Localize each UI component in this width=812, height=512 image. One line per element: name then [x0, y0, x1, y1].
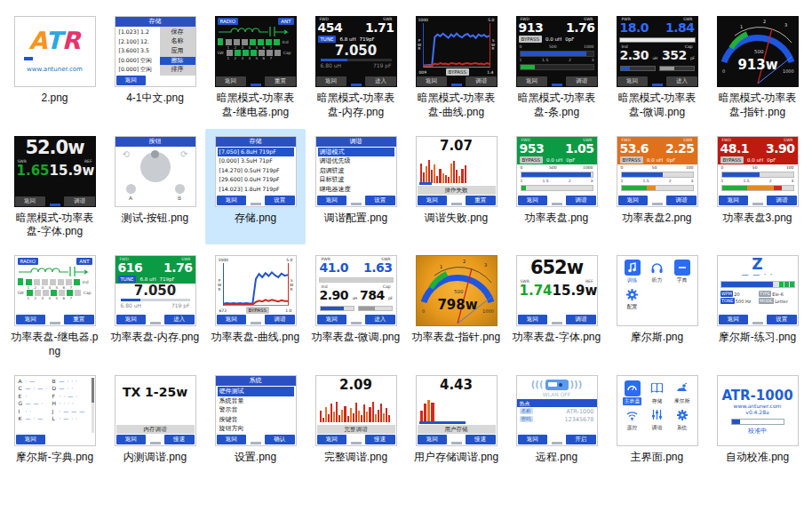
footer: 返回调谐	[15, 196, 95, 206]
ind-readout: 6.8 uH	[339, 36, 355, 42]
version-text: v0.4.28a	[718, 409, 798, 415]
scrollbar-thumb[interactable]	[92, 378, 94, 403]
file-item[interactable]: RADIOANT Ind 1 2 3 4 5 6 7 SWCap 1 2 3 4…	[4, 248, 105, 364]
thumb-user-tune: 4.43 用户存储 返回慢速	[416, 375, 498, 446]
footer: 返回	[16, 435, 94, 444]
dict-letter: I	[19, 408, 26, 414]
app-label: 系统	[677, 424, 688, 432]
file-item[interactable]: PWRSWR 18.01.84 IndCap 2.30 uH352 pF 返回进…	[607, 9, 707, 125]
file-item[interactable]: ((())) WLAN OFF 热点 名称ATR-1000 密码12345678…	[506, 368, 607, 470]
tune-badge: TUNE	[118, 276, 137, 283]
file-item[interactable]: FWDSWR 53.62.25 BYPASS0.0 uH0pF 050100 1…	[607, 129, 707, 245]
cap-track	[659, 66, 695, 71]
file-item[interactable]: 4.43 用户存储 返回慢速 用户存储调谐.png	[406, 368, 506, 470]
ind-fill	[621, 67, 630, 70]
dictionary-icon	[674, 260, 690, 276]
dict-letter: F	[52, 393, 60, 399]
file-item[interactable]: 系统 硬件测试 系统音量 警示音 按键音 旋钮方向 返回确认 设置.png	[205, 368, 306, 470]
cap-relay-row: SWCap	[15, 290, 95, 296]
cap-label: Cap	[383, 284, 391, 289]
file-item[interactable]: 1000 5.0 PWR SWR 672 BYPASS 1.0 返回调谐 功率表…	[205, 248, 306, 364]
file-item[interactable]: 2.09 完整调谐 返回慢速 完整调谐.png	[306, 368, 406, 470]
ref-label: REF	[84, 159, 92, 164]
footer-indicator	[251, 84, 261, 86]
file-item[interactable]: PWRSWR 41.01.63 IndCap 2.90 uH784 pF 返回进…	[306, 248, 406, 364]
footer-indicator	[150, 442, 161, 444]
settings-list: 硬件测试 系统音量 警示音 按键音 旋钮方向	[216, 386, 296, 435]
dict-code: — · — ·	[26, 385, 52, 391]
file-item[interactable]: 调谐 调谐模式 调谐优先级 启调驻波 目标驻波 继电器速度 返回设置 调谐配置.…	[306, 129, 406, 245]
footer: 返回调谐	[518, 315, 596, 324]
file-name: 调谐配置.png	[324, 212, 387, 226]
footer: 返回进入	[116, 315, 195, 324]
dict-letter: K	[19, 415, 26, 421]
file-item[interactable]: FWDSWR 6161.76 TUNE6.8 uH719pF 7.050 6.8…	[105, 248, 205, 364]
memory-row: [14.270] 0.5uH 719pF	[218, 166, 294, 176]
tune-button: 调谐	[767, 196, 796, 205]
file-item-selected[interactable]: 存储 [7.050] 6.8uH 719pF [0.000] 3.5uH 71p…	[205, 129, 306, 245]
bypass-badge: BYPASS	[620, 156, 644, 164]
power-curve-chart	[423, 23, 490, 68]
scale-tick: 1	[721, 179, 724, 184]
fwd-label: FWD	[320, 17, 330, 21]
svg-text:913w: 913w	[737, 57, 777, 73]
svg-text:1000: 1000	[783, 68, 794, 74]
thumb-remote: ((())) WLAN OFF 热点 名称ATR-1000 密码12345678…	[516, 375, 598, 446]
morse-key-icon	[674, 380, 690, 396]
thumb-memory: FWDSWR 6161.76 TUNE6.8 uH719pF 7.050 6.8…	[115, 255, 196, 326]
file-item[interactable]: TX 1-25w 内存调谐 返回慢速 内测调谐.png	[105, 368, 205, 470]
thumb-dark-curve: 1000 5.0 PWR SWR 009 BYPASS 1.4 返回调谐	[416, 16, 498, 87]
settings-button: 设置	[767, 315, 796, 324]
footer: 返回调谐	[417, 76, 497, 86]
reset-button: 重置	[466, 196, 495, 205]
dict-letter: C	[19, 385, 26, 391]
file-item[interactable]: 1000 5.0 PWR SWR 009 BYPASS 1.4 返回调谐 暗黑模…	[406, 9, 506, 125]
file-item[interactable]: Z — — · · WPM20 TYPEEle-6 TONE500 Hz MOD…	[707, 248, 808, 364]
file-item[interactable]: FWDSWR 9131.76 BYPASS0.0 uH0pF 05001000 …	[506, 9, 607, 125]
back-button: 返回	[317, 435, 346, 444]
file-item[interactable]: FWDSWR 48.13.90 BYPASS0.0 uH0pF 050100 1…	[707, 129, 808, 245]
file-item[interactable]: 训练 听力 字典 配置 摩尔斯.png	[607, 248, 707, 364]
file-name: 暗黑模式-功率表盘-内存.png	[311, 92, 402, 120]
file-item[interactable]: ATR www.antuner.com 2.png	[4, 9, 105, 125]
footer-indicator	[251, 203, 261, 205]
scale-tick: 2	[669, 179, 672, 184]
thumb-button-test: 按钮 ⟲ ⟳ A B	[115, 136, 196, 207]
file-item[interactable]: 1 2 3 500 0 1000 913w 暗黑模式-功率表盘-指针.png	[707, 9, 808, 125]
logo-letter: A	[28, 27, 45, 54]
scrollbar[interactable]	[92, 378, 94, 433]
file-item[interactable]: FWDSWR 4541.71 TUNE6.8 uH719pF 7.050 6.8…	[306, 9, 406, 125]
file-item[interactable]: RADIOANT Ind 1 2 3 4 5 6 7 SWCap 1 2 3 4…	[205, 9, 306, 125]
thumb-dark-trim: PWRSWR 18.01.84 IndCap 2.30 uH352 pF 返回进…	[617, 16, 698, 87]
thumb-internal-tune: TX 1-25w 内存调谐 返回慢速	[115, 375, 196, 446]
file-item[interactable]: 存储 [1.023] 1.2 [2.100] 12. [3.600] 3.5 […	[105, 9, 205, 125]
swr-label: SWR	[181, 257, 190, 261]
swr-label: SWR	[521, 279, 529, 284]
file-item[interactable]: ATR-1000 www.antuner.com v0.4.28a 校准中 自动…	[707, 368, 808, 470]
ind-track	[620, 66, 656, 71]
memory-progress-fill	[121, 299, 140, 301]
radio-badge: RADIO	[18, 258, 39, 265]
dict-code: — · —	[26, 415, 52, 421]
practice-letter: Z	[718, 256, 798, 272]
thumb-dark-pointer: 1 2 3 500 0 1000 913w	[717, 16, 799, 87]
file-item[interactable]: 1 2 3 500 0 1000 798w 功率表盘-指针.png	[406, 248, 506, 364]
fwd-label: FWD	[120, 257, 130, 261]
swr-bar	[721, 185, 794, 191]
file-name: 内测调谐.png	[123, 451, 187, 465]
power-value: 652w	[517, 256, 597, 279]
cap-value: 719 pF	[373, 62, 392, 68]
ind-readout: 0.0 uH	[747, 157, 763, 163]
logo-letter: R	[62, 27, 81, 54]
menu-item: 旋钮方向	[218, 424, 294, 434]
tune-button: 调谐	[265, 315, 294, 324]
thumb-power-orange: FWDSWR 53.62.25 BYPASS0.0 uH0pF 050100 1…	[617, 136, 698, 207]
tune-button: 调谐	[666, 196, 696, 205]
file-item[interactable]: 按钮 ⟲ ⟳ A B 测试-按钮.png	[105, 129, 205, 245]
file-item[interactable]: 652w SWRREF 1.7415.9w 返回调谐 功率表盘-字体.png	[506, 248, 607, 364]
file-item[interactable]: 7.07 操作失败 返回重置 调谐失败.png	[406, 129, 506, 245]
file-item[interactable]: FWDSWR 9531.05 BYPASS0.0 uH0pF 05001000 …	[506, 129, 607, 245]
file-item[interactable]: 主表盘 存储 摩尔斯 遥控 调谐	[607, 368, 707, 470]
file-item[interactable]: A· —B— · · ·C— · — ·D— · ·E·F· · — ·G— —…	[4, 368, 105, 470]
file-item[interactable]: 52.0w SWRREF 1.6515.9w 返回调谐 暗黑模式-功率表盘-字体…	[4, 129, 105, 245]
